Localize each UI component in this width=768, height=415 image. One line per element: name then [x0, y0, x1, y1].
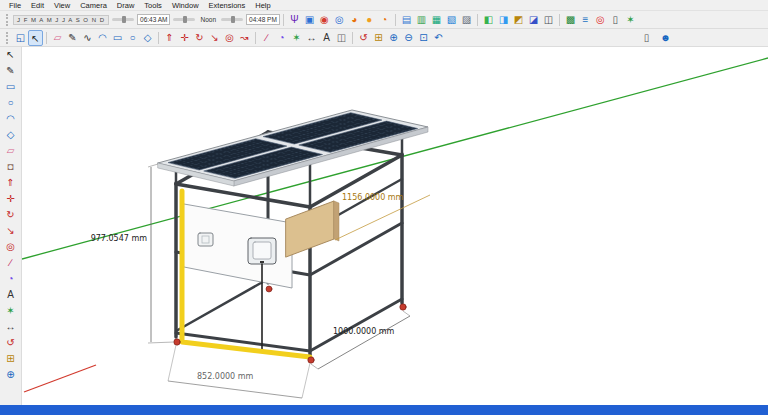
text-tool-icon[interactable]: A [2, 287, 20, 303]
offset-icon[interactable]: ◎ [222, 30, 237, 46]
taskbar[interactable] [0, 405, 768, 415]
toolbar-grip[interactable] [6, 14, 10, 26]
globe-plugin-icon[interactable]: ◎ [332, 12, 347, 28]
protractor-icon[interactable]: ◔ [274, 30, 289, 46]
arc-icon[interactable]: ◠ [95, 30, 110, 46]
rectangle-tool-icon[interactable]: ▭ [2, 79, 20, 95]
offset-tool-icon[interactable]: ◎ [2, 239, 20, 255]
box-blue-plugin-icon[interactable]: ▤ [399, 12, 414, 28]
cube-navy-plugin-icon[interactable]: ◪ [526, 12, 541, 28]
line-tool-icon[interactable]: ✎ [2, 63, 20, 79]
pan-tool-icon[interactable]: ⊞ [2, 351, 20, 367]
pushpull-icon[interactable]: ⇑ [162, 30, 177, 46]
orbit-tool-icon[interactable]: ↺ [2, 335, 20, 351]
eraser-tool-icon[interactable]: ▱ [2, 143, 20, 159]
polygon-icon[interactable]: ◇ [140, 30, 155, 46]
cube-amber-plugin-icon[interactable]: ◩ [511, 12, 526, 28]
paint-bucket-icon[interactable]: ◘ [2, 159, 20, 175]
caster-back[interactable] [266, 286, 272, 292]
box-green-plugin-icon[interactable]: ▥ [414, 12, 429, 28]
select-tool-icon[interactable]: ↖ [28, 30, 43, 46]
bottom-rail-left-back[interactable] [176, 279, 268, 331]
caster-left[interactable] [174, 339, 180, 345]
sun-plugin-icon[interactable]: ● [362, 12, 377, 28]
freehand-icon[interactable]: ∿ [80, 30, 95, 46]
scale-icon[interactable]: ↘ [207, 30, 222, 46]
model-canvas[interactable]: 977.0547 mm 1156.0000 mm 1000.0000 mm 85… [22, 47, 768, 405]
target-plugin-icon[interactable]: ◎ [593, 12, 608, 28]
scale-tool-icon[interactable]: ↘ [2, 223, 20, 239]
help-plugin-icon[interactable]: ◉ [317, 12, 332, 28]
slider-knob[interactable] [122, 16, 126, 23]
panel-plugin-icon[interactable]: ◫ [541, 12, 556, 28]
shadow-time-slider[interactable] [173, 18, 195, 21]
menu-extensions[interactable]: Extensions [204, 1, 251, 10]
axes-tool-icon[interactable]: ✶ [2, 303, 20, 319]
dimension-icon[interactable]: ↔ [304, 30, 319, 46]
previous-view-icon[interactable]: ↶ [431, 30, 446, 46]
user-account-icon[interactable]: ☻ [658, 30, 673, 46]
pencil-icon[interactable]: ✎ [65, 30, 80, 46]
menu-camera[interactable]: Camera [75, 1, 112, 10]
text-icon[interactable]: A [319, 30, 334, 46]
shadow-time-slider-2[interactable] [221, 18, 243, 21]
pan-icon[interactable]: ⊞ [371, 30, 386, 46]
zoom-window-icon[interactable]: ◱ [13, 30, 28, 46]
ring-plugin-icon[interactable]: ◔ [377, 12, 392, 28]
protractor-tool-icon[interactable]: ◔ [2, 271, 20, 287]
tape-measure-tool-icon[interactable]: ∕ [2, 255, 20, 271]
caster-right[interactable] [400, 304, 406, 310]
menu-tools[interactable]: Tools [139, 1, 167, 10]
orbit-icon[interactable]: ↺ [356, 30, 371, 46]
slider-knob[interactable] [231, 16, 235, 23]
circle-tool-icon[interactable]: ○ [2, 95, 20, 111]
rectangle-icon[interactable]: ▭ [110, 30, 125, 46]
zoom-out-icon[interactable]: ⊖ [401, 30, 416, 46]
box-slate-plugin-icon[interactable]: ▨ [459, 12, 474, 28]
toolbar-grip[interactable] [6, 32, 10, 44]
zoom-tool-icon[interactable]: ⊕ [2, 367, 20, 383]
shadow-months-strip[interactable]: J F M A M J J A S O N D [13, 15, 109, 25]
layers-plugin-icon[interactable]: ≡ [578, 12, 593, 28]
menu-file[interactable]: File [4, 1, 26, 10]
eraser-icon[interactable]: ▱ [50, 30, 65, 46]
axes-icon[interactable]: ✶ [289, 30, 304, 46]
psi-plugin-icon[interactable]: Ψ [287, 12, 302, 28]
cube-green-plugin-icon[interactable]: ◧ [481, 12, 496, 28]
rotate-tool-icon[interactable]: ↻ [2, 207, 20, 223]
section-plane-icon[interactable]: ◫ [334, 30, 349, 46]
slider-knob[interactable] [183, 16, 187, 23]
cube-blue-plugin-icon[interactable]: ◨ [496, 12, 511, 28]
panel-frame[interactable] [158, 110, 428, 181]
dimension-tool-icon[interactable]: ↔ [2, 319, 20, 335]
menu-draw[interactable]: Draw [112, 1, 140, 10]
menu-help[interactable]: Help [250, 1, 275, 10]
caster-front[interactable] [308, 357, 314, 363]
bottom-rail-right[interactable] [310, 299, 402, 351]
doc-plugin-icon[interactable]: ▯ [608, 12, 623, 28]
zoom-extents-icon[interactable]: ⊡ [416, 30, 431, 46]
rotate-icon[interactable]: ↻ [192, 30, 207, 46]
star-plugin-icon[interactable]: ✶ [623, 12, 638, 28]
move-icon[interactable]: ✛ [177, 30, 192, 46]
circle-icon[interactable]: ○ [125, 30, 140, 46]
swirl-plugin-icon[interactable]: ◕ [347, 12, 362, 28]
model-viewport[interactable]: 977.0547 mm 1156.0000 mm 1000.0000 mm 85… [22, 47, 768, 405]
model-geometry[interactable] [158, 110, 428, 363]
arc-tool-icon[interactable]: ◠ [2, 111, 20, 127]
small-junction-box[interactable] [198, 233, 213, 246]
zoom-in-icon[interactable]: ⊕ [386, 30, 401, 46]
box-teal-plugin-icon[interactable]: ▦ [429, 12, 444, 28]
new-document-icon[interactable]: ▯ [639, 30, 654, 46]
follow-me-icon[interactable]: ↝ [237, 30, 252, 46]
menu-window[interactable]: Window [167, 1, 204, 10]
box-indigo-plugin-icon[interactable]: ▧ [444, 12, 459, 28]
grid-plugin-icon[interactable]: ▩ [563, 12, 578, 28]
polygon-tool-icon[interactable]: ◇ [2, 127, 20, 143]
select-tool-icon[interactable]: ↖ [2, 47, 20, 63]
components-plugin-icon[interactable]: ▣ [302, 12, 317, 28]
menu-edit[interactable]: Edit [26, 1, 49, 10]
solar-panel-array[interactable] [158, 110, 428, 186]
shadow-date-slider[interactable] [112, 18, 134, 21]
move-tool-icon[interactable]: ✛ [2, 191, 20, 207]
